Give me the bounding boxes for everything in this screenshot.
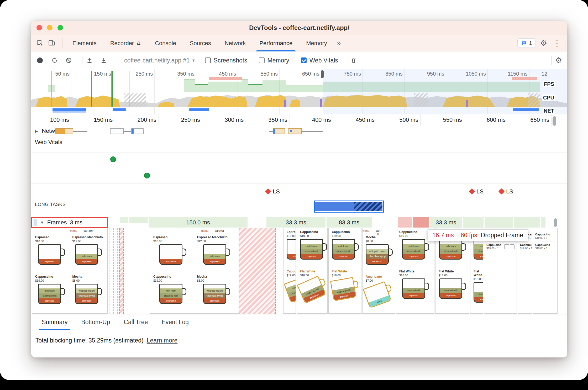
tab-memory[interactable]: Memory xyxy=(299,35,334,51)
web-vitals-good-marker[interactable] xyxy=(110,156,116,162)
network-request-bar[interactable] xyxy=(273,128,285,134)
product-title: Flat White xyxy=(332,270,360,273)
ruler-tick-label: 600 ms xyxy=(487,117,506,123)
frame-separator xyxy=(282,228,282,314)
filmstrip-frame[interactable]: Espresso$10.00espressoCappucino$19.00mil… xyxy=(283,228,296,314)
vertical-scrollbar-thumb[interactable] xyxy=(554,218,557,227)
ruler-tick-label: 250 ms xyxy=(181,117,200,123)
tab-event-log[interactable]: Event Log xyxy=(155,314,196,330)
product-price: $12.00 xyxy=(72,240,106,243)
record-button[interactable] xyxy=(37,57,43,63)
filmstrip-frame[interactable]: menucart (0)Espresso$10.00espressoEspres… xyxy=(32,228,108,314)
capture-settings-gear-icon[interactable]: ⚙ xyxy=(555,56,563,64)
filmstrip-frame[interactable]: Cappuccino$19.00milk foamsteamed milkesp… xyxy=(297,228,328,314)
network-activity-bar xyxy=(52,108,86,111)
inspect-element-icon[interactable] xyxy=(36,39,44,47)
network-request-bar[interactable] xyxy=(131,128,144,134)
memory-checkbox[interactable]: Memory xyxy=(259,57,289,64)
tab-sources[interactable]: Sources xyxy=(183,35,218,51)
product-card: Cappuccino$19.00milk foamsteamed milkesp… xyxy=(297,229,327,268)
screenshots-checkbox[interactable]: Screenshots xyxy=(205,57,247,64)
settings-gear-icon[interactable]: ⚙ xyxy=(539,39,548,47)
tab-elements[interactable]: Elements xyxy=(66,35,103,51)
cup-handle xyxy=(424,243,429,251)
long-tasks-track-label[interactable]: LONG TASKS xyxy=(35,202,66,207)
frame-duration-cell[interactable] xyxy=(120,217,128,223)
tab-summary[interactable]: Summary xyxy=(35,314,74,330)
load-profile-icon[interactable] xyxy=(86,56,93,64)
timeline-overview-pane[interactable]: 50 ms150 ms250 ms350 ms450 ms550 ms650 m… xyxy=(31,69,567,115)
vertical-scrollbar-thumb[interactable] xyxy=(553,116,556,126)
web-vitals-track-label[interactable]: Web Vitals xyxy=(35,139,62,146)
tab-network[interactable]: Network xyxy=(218,35,253,51)
frames-collapse-icon[interactable]: ▼ xyxy=(40,220,44,225)
frame-duration-cell[interactable] xyxy=(398,217,412,228)
layout-shift-marker[interactable] xyxy=(469,188,475,194)
tab-bottom-up[interactable]: Bottom-Up xyxy=(74,314,117,330)
cart-item-name: Cappucino xyxy=(535,233,550,236)
cup-layer: whipped cream xyxy=(76,288,97,293)
filmstrip-frame[interactable]: menucart (1)Mocha$8.00whipped creamchoco… xyxy=(362,228,395,314)
tab-performance[interactable]: Performance xyxy=(253,35,299,51)
product-card: Espresso$10.00espresso xyxy=(33,234,70,273)
filmstrip-frame[interactable]: Cappuccino$19.00milk foamsteamed milkesp… xyxy=(328,228,361,314)
frame-duration-cell[interactable] xyxy=(463,217,484,228)
network-request-bar[interactable] xyxy=(55,128,73,134)
filmstrip-frame[interactable]: menucart (0)Espresso$10.00espressoEspres… xyxy=(150,228,239,314)
cup-layer: espresso xyxy=(333,254,354,259)
checkbox-label: Web Vitals xyxy=(309,57,338,64)
tab-call-tree[interactable]: Call Tree xyxy=(117,314,155,330)
frame-duration-cell[interactable] xyxy=(514,217,540,228)
history-select[interactable]: coffee-cart.netlify.app #1 ▾ xyxy=(124,57,195,64)
frame-duration-cell[interactable]: 33.3 ms xyxy=(266,217,326,228)
cup-layer: milk foam xyxy=(440,244,461,249)
network-request-bar[interactable]: I... xyxy=(110,128,124,134)
row-divider xyxy=(31,183,567,184)
device-toolbar-icon[interactable] xyxy=(48,39,56,47)
tab-recorder[interactable]: Recorder xyxy=(103,35,148,51)
trash-icon[interactable] xyxy=(350,56,358,64)
network-activity-bar xyxy=(513,108,539,111)
console-messages-badge[interactable]: 1 xyxy=(517,38,536,48)
frame-duration-cell[interactable]: 33.3 ms xyxy=(430,217,462,228)
product-card: Cappucino$19.00milk foamsteamed milkespr… xyxy=(284,268,295,308)
clear-recording-icon[interactable] xyxy=(65,56,73,64)
frame-duration-cell[interactable] xyxy=(129,217,148,223)
cup-layer: espresso xyxy=(366,259,388,264)
cup-handle xyxy=(353,280,359,288)
kebab-menu-icon[interactable]: ⋮ xyxy=(551,39,563,48)
layout-shift-marker[interactable] xyxy=(498,188,505,194)
long-task-bar[interactable] xyxy=(314,201,384,213)
layout-shift-marker[interactable] xyxy=(265,188,271,194)
product-title: Espresso Macchiato xyxy=(197,236,237,239)
reload-and-record-icon[interactable] xyxy=(51,56,59,64)
network-activity-bar xyxy=(189,108,209,111)
learn-more-link[interactable]: Learn more xyxy=(147,337,178,344)
network-request-bar[interactable] xyxy=(288,128,302,134)
frames-annotation-box: ▼ Frames 3 ms xyxy=(31,217,108,228)
frame-duration-cell[interactable]: 150.0 ms xyxy=(149,217,248,228)
menu-nav-label: menu xyxy=(70,229,77,234)
frame-duration-cell[interactable] xyxy=(541,217,545,228)
frame-duration-cell[interactable] xyxy=(413,217,429,228)
filmstrip-frame[interactable]: Cappucino$19.00 x 1Cappucino$19.00 x 1 xyxy=(533,228,558,314)
cup-layer: steamed milk xyxy=(440,249,461,254)
product-price: $19.00 xyxy=(287,274,294,277)
long-task-solid-segment xyxy=(315,202,354,211)
layout-shift-label: LS xyxy=(506,188,513,195)
ruler-gridline xyxy=(290,114,290,126)
ruler-gridline xyxy=(159,114,159,126)
save-profile-icon[interactable] xyxy=(100,56,108,64)
timeline-ruler[interactable]: 100 ms150 ms200 ms250 ms300 ms350 ms400 … xyxy=(31,114,567,126)
overview-range-handle[interactable] xyxy=(321,70,324,78)
frames-track-label[interactable]: Frames xyxy=(47,219,67,226)
frame-duration-cell[interactable] xyxy=(485,217,513,228)
cup-layer: steamed milk xyxy=(160,293,182,298)
frame-duration-cell[interactable]: 83.3 ms xyxy=(327,217,372,228)
more-tabs-chevron[interactable]: » xyxy=(334,39,344,47)
web-vitals-good-marker[interactable] xyxy=(144,173,150,178)
network-expand-icon[interactable]: ▶ xyxy=(35,129,38,134)
product-card: Flat White$18.00steamed milkespresso xyxy=(397,268,434,308)
tab-console[interactable]: Console xyxy=(148,35,183,51)
web-vitals-checkbox[interactable]: Web Vitals xyxy=(301,57,338,64)
